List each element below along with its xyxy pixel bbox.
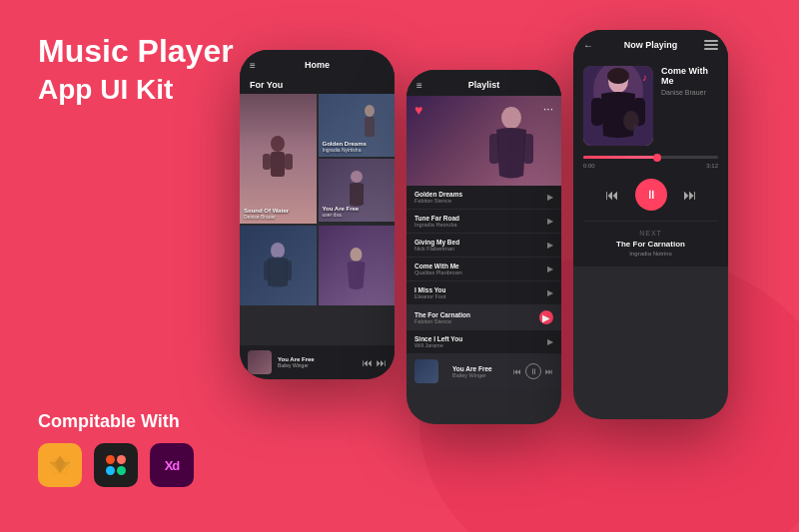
svg-point-24: [623, 111, 639, 131]
np-time-total: 3:12: [706, 163, 718, 169]
playlist-item-0[interactable]: Golden Dreams Fabiton Stence ▶: [406, 186, 561, 210]
playlist-item-4[interactable]: I Miss You Eleanor Foot ▶: [406, 281, 561, 305]
svg-rect-13: [285, 261, 292, 280]
pl-track-name-1: Tune Far Road: [414, 215, 539, 222]
options-menu: [704, 40, 718, 50]
heart-button[interactable]: ♥: [414, 102, 422, 118]
pl-play-1: ▶: [547, 217, 553, 226]
figma-dot-2: [117, 455, 126, 464]
artist-silhouette-4: [258, 241, 298, 305]
np-track-info: Come With Me Danise Brauer: [661, 66, 718, 96]
figma-dot-4: [117, 466, 126, 475]
phone-home-header: ≡ Home: [240, 50, 395, 76]
phone-home: ≡ Home For You Sound Of Water Denise Bra…: [240, 50, 395, 379]
svg-rect-17: [523, 134, 533, 164]
np-next-section: NEXT The For Carnation Ingradia Notrins: [583, 221, 718, 257]
sketch-icon: [38, 443, 82, 487]
pl-play-2: ▶: [547, 241, 553, 250]
play-pause-button[interactable]: ⏸: [635, 179, 667, 211]
options-line-1: [704, 40, 718, 42]
pl-artist-3: Qualitas Planbrown: [414, 269, 539, 275]
svg-point-11: [271, 243, 285, 259]
playlist-item-3[interactable]: Come With Me Qualitas Planbrown ▶: [406, 258, 561, 281]
mini-controls: ⏮ ⏭: [363, 357, 387, 368]
np-progress-section: 0:00 3:12: [583, 156, 718, 169]
pl-track-info-4: I Miss You Eleanor Foot: [414, 286, 539, 299]
np-artist-name: Danise Brauer: [661, 89, 718, 96]
xd-label: Xd: [165, 458, 180, 473]
svg-rect-7: [285, 154, 293, 170]
playlist-menu-icon: ≡: [416, 80, 422, 91]
xd-icon: Xd: [150, 443, 194, 487]
photo-caption-3: You Are Free user dsa: [323, 206, 360, 218]
svg-rect-5: [271, 152, 285, 177]
app-title: Music Player: [38, 32, 234, 70]
phone-home-title: Home: [305, 60, 330, 70]
prev-icon: ⏮: [363, 357, 373, 368]
pl-play-4: ▶: [547, 288, 553, 297]
np-progress-fill: [583, 156, 657, 159]
compatible-label: Compitable With: [38, 411, 180, 432]
phone-np-header: ← Now Playing: [573, 30, 728, 56]
svg-point-4: [271, 136, 285, 152]
pl-track-info-0: Golden Dreams Fabiton Stence: [414, 191, 539, 204]
pl-artist-1: Ingradia Heoruba: [414, 222, 539, 228]
np-track-name: Come With Me: [661, 66, 718, 86]
svg-rect-21: [591, 98, 603, 126]
photo-item-4: [240, 226, 317, 305]
np-time-row: 0:00 3:12: [583, 163, 718, 169]
photo-item-1: Sound Of Water Denise Brauer: [240, 94, 317, 224]
pl-track-name-4: I Miss You: [414, 286, 539, 293]
pl-track-name-5: The For Carnation: [414, 311, 531, 318]
skip-back-button[interactable]: ⏮: [605, 187, 619, 203]
artist-name-3: user dsa: [323, 212, 360, 218]
app-subtitle: App UI Kit: [38, 74, 234, 106]
skip-forward-button[interactable]: ⏭: [683, 187, 697, 203]
phones-container: ≡ Home For You Sound Of Water Denise Bra…: [240, 20, 728, 424]
playlist-item-1[interactable]: Tune Far Road Ingradia Heoruba ▶: [406, 210, 561, 234]
mini-pause-icon: ⏸: [525, 363, 541, 379]
more-button[interactable]: ···: [543, 102, 553, 116]
np-artwork-row: ♪ Come With Me Danise Brauer: [583, 66, 718, 146]
featured-artist: [481, 106, 541, 186]
mini-player-1: You Are Free Bailey Winger ⏮ ⏭: [240, 345, 395, 379]
playlist-item-6[interactable]: Since I Left You Will Jarame ▶: [406, 330, 561, 354]
playlist-item-2[interactable]: Giving My Bed Nick Flabertman ▶: [406, 234, 561, 258]
np-next-artist: Ingradia Notrins: [583, 251, 718, 257]
figma-icon: [94, 443, 138, 487]
artist-name-1: Denise Brauer: [244, 214, 289, 220]
pl-track-name-7: You Are Free: [452, 365, 505, 372]
for-you-label: For You: [240, 76, 395, 94]
mini-player-2: You Are Free Bailey Winger ⏮ ⏸ ⏭: [406, 354, 561, 389]
pl-play-active: ▶: [539, 310, 553, 324]
np-time-current: 0:00: [583, 163, 595, 169]
pl-track-info-5: The For Carnation Fabiton Stence: [414, 311, 531, 324]
np-music-note-icon: ♪: [642, 72, 647, 83]
np-progress-bar[interactable]: [583, 156, 718, 159]
pl-track-name-2: Giving My Bed: [414, 239, 539, 246]
pl-track-info-3: Come With Me Qualitas Planbrown: [414, 263, 539, 275]
svg-rect-6: [263, 154, 271, 170]
svg-point-15: [501, 107, 521, 129]
phone-now-playing: ← Now Playing: [573, 30, 728, 419]
mini-thumbnail: [248, 350, 272, 374]
photo-grid-bottom: [240, 226, 395, 305]
now-playing-content: ♪ Come With Me Danise Brauer 0:00 3:12: [573, 56, 728, 266]
pl-track-info-1: Tune Far Road Ingradia Heoruba: [414, 215, 539, 228]
np-next-label: NEXT: [583, 230, 718, 237]
mini-track-info: You Are Free Bailey Winger: [278, 356, 357, 368]
svg-point-23: [607, 68, 629, 84]
pl-track-name-0: Golden Dreams: [414, 191, 539, 198]
pl-play-3: ▶: [547, 265, 553, 273]
artist-silhouette-1: [253, 134, 303, 204]
photo-item-3: You Are Free user dsa: [319, 159, 396, 222]
photo-item-2: Golden Dreams Ingradia Nyirtisha: [319, 94, 396, 157]
pl-play-6: ▶: [547, 337, 553, 346]
mini-artist-name: Bailey Winger: [278, 362, 357, 368]
pl-play-0: ▶: [547, 193, 553, 202]
menu-icon: ≡: [250, 60, 256, 71]
playlist-item-5[interactable]: The For Carnation Fabiton Stence ▶: [406, 305, 561, 330]
np-progress-dot: [653, 154, 661, 162]
svg-point-14: [350, 248, 362, 262]
photo-caption-2: Golden Dreams Ingradia Nyirtisha: [323, 141, 367, 153]
